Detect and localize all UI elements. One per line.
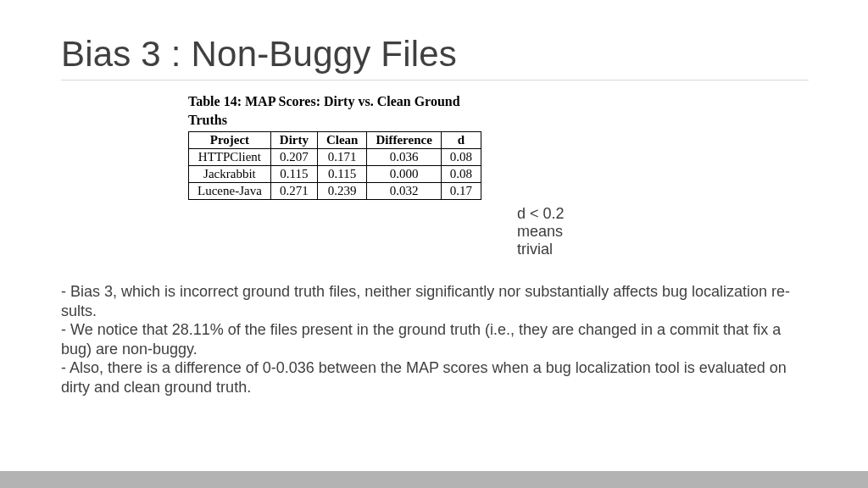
cell: 0.08: [441, 149, 481, 166]
cell: 0.115: [317, 166, 367, 183]
caption-line-1: Table 14: MAP Scores: Dirty vs. Clean Gr…: [188, 94, 460, 108]
col-dirty: Dirty: [270, 132, 317, 149]
table-row: Jackrabbit 0.115 0.115 0.000 0.08: [189, 166, 481, 183]
table-header-row: Project Dirty Clean Difference d: [189, 132, 481, 149]
title-divider: [61, 80, 809, 80]
slide: Bias 3 : Non-Buggy Files Table 14: MAP S…: [0, 0, 868, 488]
col-difference: Difference: [367, 132, 441, 149]
cell: 0.032: [367, 183, 441, 200]
table-row: HTTPClient 0.207 0.171 0.036 0.08: [189, 149, 481, 166]
body-paragraph-2: - We notice that 28.11% of the files pre…: [61, 320, 809, 358]
bottom-gray-bar: [0, 471, 868, 488]
map-scores-table: Project Dirty Clean Difference d HTTPCli…: [188, 131, 481, 200]
body-text: - Bias 3, which is incorrect ground trut…: [61, 282, 809, 396]
col-clean: Clean: [317, 132, 367, 149]
caption-line-2: Truths: [188, 113, 227, 127]
table-row: Lucene-Java 0.271 0.239 0.032 0.17: [189, 183, 481, 200]
cell: Jackrabbit: [189, 166, 271, 183]
col-project: Project: [189, 132, 271, 149]
cell: HTTPClient: [189, 149, 271, 166]
cell: 0.207: [270, 149, 317, 166]
cell: 0.239: [317, 183, 367, 200]
body-paragraph-3: - Also, there is a difference of 0-0.036…: [61, 358, 809, 396]
table-block: Table 14: MAP Scores: Dirty vs. Clean Gr…: [188, 92, 595, 258]
body-paragraph-1: - Bias 3, which is incorrect ground trut…: [61, 282, 809, 320]
cell: 0.036: [367, 149, 441, 166]
slide-title: Bias 3 : Non-Buggy Files: [61, 34, 809, 75]
trivial-note: d < 0.2 means trivial: [517, 205, 595, 258]
cell: Lucene-Java: [189, 183, 271, 200]
cell: 0.000: [367, 166, 441, 183]
cell: 0.171: [317, 149, 367, 166]
cell: 0.271: [270, 183, 317, 200]
cell: 0.08: [441, 166, 481, 183]
col-d: d: [441, 132, 481, 149]
cell: 0.17: [441, 183, 481, 200]
table-caption: Table 14: MAP Scores: Dirty vs. Clean Gr…: [188, 92, 595, 129]
cell: 0.115: [270, 166, 317, 183]
